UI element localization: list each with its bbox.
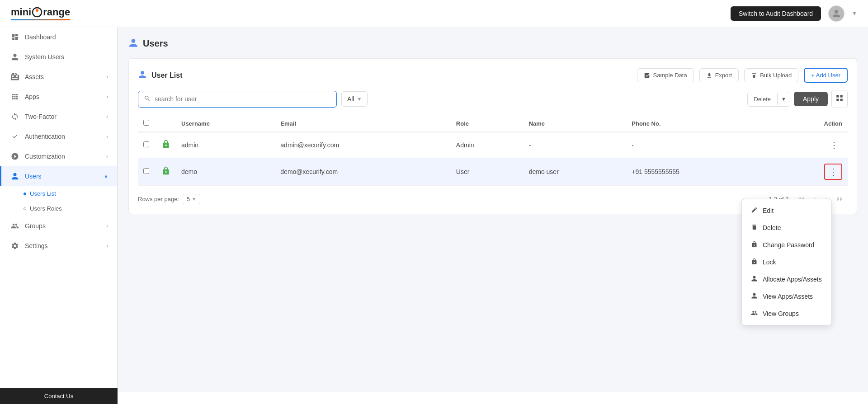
assets-icon	[10, 72, 19, 81]
users-list-dot	[24, 193, 26, 195]
context-menu-view-groups[interactable]: View Groups	[742, 305, 831, 322]
sidebar-item-groups[interactable]: Groups ›	[0, 216, 117, 236]
sidebar-item-two-factor[interactable]: Two-Factor ›	[0, 107, 117, 127]
context-menu-change-password-label: Change Password	[763, 241, 814, 249]
context-menu-allocate-apps-label: Allocate Apps/Assets	[763, 276, 822, 283]
edit-icon	[750, 207, 758, 215]
page-title: Users	[143, 38, 168, 49]
row-demo-checkbox[interactable]	[143, 168, 149, 174]
logo-underline	[11, 19, 70, 20]
user-dropdown-chevron[interactable]: ▼	[852, 10, 857, 17]
search-input[interactable]	[155, 95, 331, 103]
rows-per-page-value: 5	[187, 196, 190, 202]
th-checkbox	[138, 115, 156, 132]
delete-button[interactable]: Delete	[748, 92, 778, 106]
sample-data-label: Sample Data	[653, 72, 687, 79]
card-header: User List Sample Data Export Bulk Upload	[138, 68, 848, 83]
context-menu-lock[interactable]: Lock	[742, 254, 831, 271]
sidebar-item-users-roles[interactable]: Users Roles	[0, 201, 117, 216]
sidebar-item-system-users-label: System Users	[25, 53, 108, 61]
sidebar-item-system-users[interactable]: System Users	[0, 47, 117, 67]
row-admin-email: admin@xecurify.com	[275, 132, 451, 158]
table-row: demo demo@xecurify.com User demo user +9…	[138, 158, 848, 186]
row-demo-lock-icon	[161, 168, 170, 177]
last-page-button[interactable]: ⏭	[833, 193, 848, 205]
authentication-chevron-icon: ›	[106, 133, 108, 140]
context-menu-delete[interactable]: Delete	[742, 219, 831, 236]
row-admin-action-button[interactable]: ⋮	[826, 138, 842, 152]
context-menu-lock-label: Lock	[763, 258, 776, 266]
grid-view-button[interactable]	[831, 90, 848, 108]
th-lock	[156, 115, 176, 132]
user-list-card: User List Sample Data Export Bulk Upload	[128, 58, 857, 214]
card-title: User List	[151, 71, 182, 80]
table-row: admin admin@xecurify.com Admin - - ⋮	[138, 132, 848, 158]
users-roles-dot	[24, 207, 26, 210]
th-action: Action	[774, 115, 848, 132]
sidebar-item-apps-label: Apps	[25, 93, 101, 100]
groups-icon	[10, 221, 19, 230]
sidebar-item-settings[interactable]: Settings ›	[0, 236, 117, 256]
filter-select[interactable]: All ▼	[341, 91, 368, 107]
sidebar-item-dashboard[interactable]: Dashboard	[0, 27, 117, 47]
sidebar: Dashboard System Users Assets › Apps ›	[0, 27, 118, 392]
assets-chevron-icon: ›	[106, 74, 108, 80]
context-menu-edit[interactable]: Edit	[742, 202, 831, 219]
th-email: Email	[275, 115, 451, 132]
bulk-upload-button[interactable]: Bulk Upload	[744, 68, 798, 82]
delete-chevron-button[interactable]: ▼	[777, 93, 790, 105]
logo-range-text: range	[43, 6, 70, 18]
authentication-icon	[10, 132, 19, 141]
context-menu-change-password[interactable]: Change Password	[742, 236, 831, 254]
user-table: Username Email Role Name Phone No. Actio…	[138, 115, 848, 186]
two-factor-icon	[10, 112, 19, 121]
context-menu-view-groups-label: View Groups	[763, 310, 799, 317]
sidebar-item-customization[interactable]: Customization ›	[0, 146, 117, 166]
sidebar-item-assets-label: Assets	[25, 73, 101, 80]
settings-icon	[10, 241, 19, 250]
sidebar-item-users[interactable]: Users ∨	[0, 166, 117, 186]
settings-chevron-icon: ›	[106, 243, 108, 249]
right-toolbar: Delete ▼ Apply	[747, 90, 848, 108]
th-name: Name	[524, 115, 627, 132]
logo-o-icon	[32, 7, 42, 18]
page-title-icon	[128, 38, 138, 49]
lock-icon	[750, 258, 758, 266]
user-avatar[interactable]	[828, 5, 844, 22]
export-button[interactable]: Export	[699, 68, 739, 82]
audit-dashboard-button[interactable]: Switch to Audit Dashboard	[731, 6, 821, 21]
logo: mini range	[11, 6, 70, 20]
delete-icon	[750, 224, 758, 232]
sidebar-item-users-list[interactable]: Users List	[0, 186, 117, 201]
select-all-checkbox[interactable]	[143, 120, 149, 126]
context-menu-view-apps[interactable]: View Apps/Assets	[742, 288, 831, 305]
sidebar-item-authentication[interactable]: Authentication ›	[0, 127, 117, 146]
card-actions: Sample Data Export Bulk Upload + Add Use…	[637, 68, 848, 83]
rows-per-page-chevron-icon: ▼	[192, 197, 196, 202]
two-factor-chevron-icon: ›	[106, 113, 108, 120]
context-menu-edit-label: Edit	[763, 207, 774, 214]
export-icon	[706, 72, 712, 79]
row-admin-role: Admin	[451, 132, 524, 158]
row-demo-action-button[interactable]: ⋮	[824, 164, 842, 180]
bulk-upload-icon	[751, 72, 757, 79]
sidebar-item-authentication-label: Authentication	[25, 133, 101, 140]
add-user-button[interactable]: + Add User	[804, 68, 848, 83]
sidebar-item-apps[interactable]: Apps ›	[0, 87, 117, 107]
sidebar-item-assets[interactable]: Assets ›	[0, 67, 117, 87]
row-demo-checkbox-cell	[138, 158, 156, 186]
apply-button[interactable]: Apply	[794, 92, 828, 106]
card-title-icon	[138, 70, 147, 80]
contact-us-bar[interactable]: Contact Us	[0, 388, 118, 392]
sample-data-button[interactable]: Sample Data	[637, 68, 693, 82]
row-admin-checkbox[interactable]	[143, 141, 149, 147]
users-sub-nav: Users List Users Roles	[0, 186, 117, 216]
row-admin-name: -	[524, 132, 627, 158]
row-admin-action-cell: ⋮	[774, 132, 848, 158]
allocate-apps-icon	[750, 275, 758, 283]
context-menu-allocate-apps[interactable]: Allocate Apps/Assets	[742, 271, 831, 288]
rows-per-page-select[interactable]: 5 ▼	[183, 194, 200, 204]
rows-per-page-label: Rows per page:	[138, 196, 179, 202]
row-demo-phone: +91 5555555555	[626, 158, 774, 186]
sidebar-item-two-factor-label: Two-Factor	[25, 113, 101, 120]
